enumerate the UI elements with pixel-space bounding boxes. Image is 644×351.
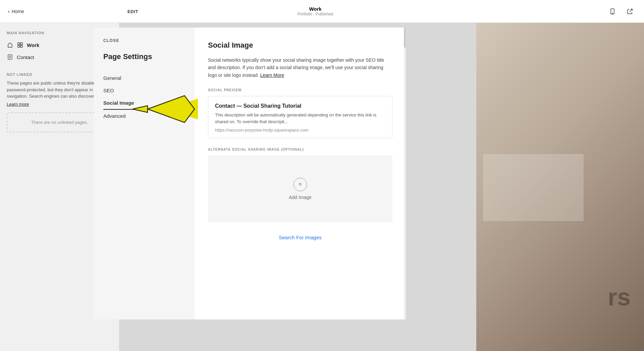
modal-nav-advanced[interactable]: Advanced bbox=[103, 110, 185, 122]
back-arrow-icon: ‹ bbox=[8, 9, 10, 14]
svg-rect-6 bbox=[20, 45, 22, 47]
search-images-button[interactable]: Search For Images bbox=[279, 235, 322, 240]
page-icon bbox=[7, 54, 13, 60]
sidebar-work-label: Work bbox=[27, 42, 39, 48]
preview-image: rs bbox=[476, 23, 644, 351]
preview-image-text: rs bbox=[608, 283, 631, 311]
top-bar: ‹ Home Work Portfolio · Published bbox=[0, 0, 644, 23]
back-home-button[interactable]: ‹ Home bbox=[8, 6, 24, 17]
modal-nav-general[interactable]: General bbox=[103, 72, 185, 84]
sidebar-contact-label: Contact bbox=[17, 54, 34, 60]
scrollbar-track bbox=[404, 28, 406, 319]
top-bar-right bbox=[606, 5, 636, 17]
svg-line-2 bbox=[630, 9, 632, 12]
alt-image-section: ALTERNATE SOCIAL SHARING IMAGE (OPTIONAL… bbox=[208, 148, 392, 222]
svg-rect-5 bbox=[18, 45, 20, 47]
no-pages-text: There are no unlinked pages. bbox=[31, 120, 88, 125]
edit-label: EDIT bbox=[127, 9, 138, 14]
home-icon bbox=[7, 42, 13, 48]
alt-image-label: ALTERNATE SOCIAL SHARING IMAGE (OPTIONAL… bbox=[208, 148, 392, 151]
modal-right-panel: Social Image Social networks typically s… bbox=[195, 28, 406, 319]
top-bar-left: ‹ Home bbox=[8, 6, 24, 17]
learn-more-link[interactable]: Learn More bbox=[260, 72, 284, 78]
top-bar-center: Work Portfolio · Published bbox=[298, 6, 333, 16]
modal-title: Page Settings bbox=[103, 52, 185, 61]
description-text: Social networks typically show your soci… bbox=[208, 57, 384, 78]
social-preview-description: This description will be automatically g… bbox=[215, 112, 385, 125]
add-image-label: Add Image bbox=[289, 195, 312, 200]
social-preview-box: Contact — Social Sharing Tutorial This d… bbox=[208, 96, 392, 138]
svg-rect-4 bbox=[20, 43, 22, 45]
back-home-label: Home bbox=[12, 9, 24, 14]
modal-description: Social networks typically show your soci… bbox=[208, 56, 392, 79]
learn-more-link[interactable]: Learn more bbox=[7, 102, 29, 107]
grid-icon bbox=[17, 42, 23, 48]
social-preview-url: https://raccoon-porpoise-hndp.squarespac… bbox=[215, 128, 385, 133]
modal-footer: Search For Images bbox=[208, 229, 392, 247]
image-upload-area[interactable]: Add Image bbox=[208, 155, 392, 222]
modal-nav-social-image[interactable]: Social Image bbox=[103, 97, 134, 110]
svg-point-1 bbox=[612, 13, 612, 13]
external-link-button[interactable] bbox=[624, 5, 636, 17]
social-preview-title: Contact — Social Sharing Tutorial bbox=[215, 103, 385, 109]
modal-close-button[interactable]: CLOSE bbox=[103, 38, 185, 43]
page-settings-modal: CLOSE Page Settings General SEO Social I… bbox=[94, 28, 406, 319]
page-subtitle: Portfolio · Published bbox=[298, 12, 333, 16]
mobile-preview-button[interactable] bbox=[606, 5, 619, 17]
social-preview-label: SOCIAL PREVIEW bbox=[208, 88, 392, 92]
upload-icon bbox=[293, 178, 307, 191]
modal-section-title: Social Image bbox=[208, 41, 392, 50]
modal-nav-seo[interactable]: SEO bbox=[103, 84, 185, 97]
scrollbar-thumb[interactable] bbox=[404, 28, 406, 48]
svg-rect-3 bbox=[18, 43, 20, 45]
modal-left-panel: CLOSE Page Settings General SEO Social I… bbox=[94, 28, 195, 319]
page-title: Work bbox=[298, 6, 333, 12]
